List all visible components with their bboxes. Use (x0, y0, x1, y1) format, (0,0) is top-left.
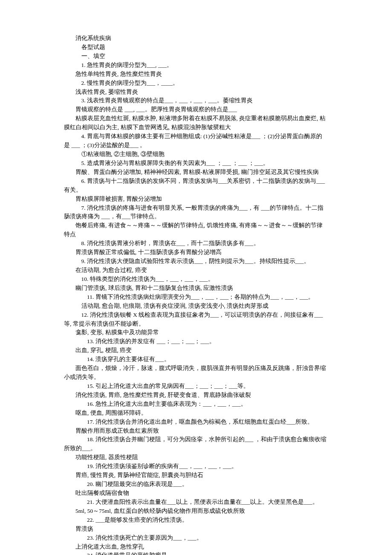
text-line: 龛影, 变形, 粘膜集中及功能异常 (64, 328, 328, 337)
text-line: 胃癌, 慢性胃炎, 胃肠神经官能症, 胆囊炎与胆结石 (64, 471, 328, 480)
text-line: 面色苍白，烦燥，冷汗，脉速，腹式呼吸消失，腹肌强直并有明显的压痛及反跳痛，肝浊音… (64, 364, 328, 382)
text-line: 功能性梗阻, 器质性梗阻 (64, 453, 328, 462)
text-line: 胃溃疡 (64, 525, 328, 534)
text-line: 3. 浅表性胃炎胃镜观察的特点是___，___，___，___。萎缩性胃炎 (64, 96, 328, 105)
text-line: 急性单纯性胃炎, 急性糜烂性胃炎 (64, 70, 328, 79)
text-line: 5. 造成胃液分泌与胃粘膜屏障失衡的有关因素为___ ；___ ；___ ；__… (64, 159, 328, 168)
text-line: 5ml, 50～75ml, 血红蛋白的铁经肠内硫化物作用而形成硫化铁所致 (64, 507, 328, 516)
text-line: 消化系统疾病 (64, 34, 328, 43)
text-line: 9. 消化性溃疡大便隐血试验阳性常表示溃疡___，阴性则提示为___。持续阳性提… (64, 257, 328, 266)
text-line: 各型试题 (64, 43, 328, 52)
document-body: 消化系统疾病各型试题一、填空1. 急性胃炎的病理分型为___, ___。急性单纯… (64, 34, 328, 555)
text-line: 17. 消化性溃疡合并消化道出血时，呕血颜色为棕褐色，系红细胞血红蛋白经___所… (64, 418, 328, 427)
text-line: 上消化道大出血, 急性穿孔 (64, 543, 328, 552)
text-line: 14. 溃疡穿孔的主要体征有___。 (64, 355, 328, 364)
text-line: 16. 急性上消化道大出血时主要临床表现为：___，___，___。 (64, 400, 328, 409)
text-line: 20. 幽门梗阻最突出的临床表现是___。 (64, 480, 328, 489)
text-line: 19. 消化性溃疡须鉴别诊断的疾病有___，___，___，___。 (64, 462, 328, 471)
text-line: 幽门管溃疡, 球后溃疡, 胃和十二指肠复合性溃疡, 应激性溃疡 (64, 284, 328, 293)
text-line: 胃溃疡胃酸正常或偏低, 十二指肠溃疡多有胃酸分泌增高 (64, 248, 328, 257)
text-line: 粘膜表层充血性红斑, 粘膜水肿, 粘液增多附着在粘膜不易脱落, 炎症重者粘膜脆弱… (64, 114, 328, 132)
text-line: 13. 消化性溃疡的并发症有 ___；___；___；___。 (64, 337, 328, 346)
text-line: 1. 急性胃炎的病理分型为___, ___。 (64, 61, 328, 70)
text-line: 15. 引起上消化道大出血的常见病因有___；___；___；___等。 (64, 382, 328, 391)
text-line: 22. ___是能够发生癌变的消化性溃疡。 (64, 516, 328, 525)
text-line: 胃粘膜屏障被损害, 胃酸分泌增加 (64, 195, 328, 204)
text-line: 18. 消化性溃疡合并幽门梗阻，可分为因痉挛，水肿所引起的___ ，和由于溃疡愈… (64, 435, 328, 453)
text-line: 23. 消化性溃疡死亡的主要原因为___，___。 (64, 534, 328, 543)
text-line: 饱餐后疼痛, 有进食～～疼痛～～缓解的节律特点, 饥饿性疼痛, 有疼痛～～进食～… (64, 221, 328, 239)
text-line: 一、填空 (64, 52, 328, 61)
text-line: ①粘液细胞, ②主细胞, ③壁细胞 (64, 150, 328, 159)
text-line: 4. 胃底与胃体粘膜的腺体主要有三种细胞组成: (1)分泌碱性粘液是___ ；(… (64, 132, 328, 150)
text-line: 胃镜观察的特点是 ___, ___。肥厚性胃炎胃镜观察的特点是___ (64, 105, 328, 114)
text-line: 11. 胃镜下消化性溃疡病灶病理演变分为___，___，___；各期的特点为__… (64, 293, 328, 302)
text-line: 出血, 穿孔, 梗阻, 癌变 (64, 346, 328, 355)
text-line: 呕血, 便血, 周围循环障碍。 (64, 409, 328, 418)
text-line: 消化性溃疡, 胃癌, 急性糜烂性胃炎, 肝硬变食道、胃底静脉曲张破裂 (64, 391, 328, 400)
text-line: 胃酸作用而形成正铁血红素所致 (64, 427, 328, 436)
text-line: 6. 胃溃疡与十二指肠溃疡的发病不同，胃溃疡发病与___关系密切，十二指肠溃疡的… (64, 177, 328, 195)
text-line: 8. 消化性溃疡胃液分析时，胃溃疡在___，而十二指肠溃疡多有___。 (64, 239, 328, 248)
text-line: 2. 慢性胃炎的病理分型为___，____。 (64, 79, 328, 88)
text-line: 浅表性胃炎, 萎缩性胃炎 (64, 88, 328, 97)
text-line: 吐出隔餐或隔宿食物 (64, 489, 328, 498)
text-line: 21. 大便潜血阳性表示出血量在___以上，黑便表示出血量在___以上。大便呈黑… (64, 498, 328, 507)
text-line: 活动期, 愈合期, 疤痕期, 溃疡有炎症浸润, 溃疡变浅变小, 溃疡灶肉芽形成 (64, 302, 328, 311)
text-line: 在活动期, 为愈合过程, 癌变 (64, 266, 328, 275)
text-line: 24. 消化道最常见的恶性肿瘤是___。 (64, 551, 328, 555)
text-line: 胃酸、胃蛋白酶分泌增加, 精神神经因素, 胃粘膜-粘液屏障受损, 幽门排空延迟及… (64, 168, 328, 177)
text-line: 12. 消化性溃疡钡餐 X 线检查表现为直接征象者为___，可以证明溃疡的存在，… (64, 311, 328, 329)
text-line: 7. 消化性溃疡的疼痛与进食有明显关系, 一般胃溃疡的疼痛为___，有 ___的… (64, 204, 328, 222)
text-line: 10. 特殊类型的消化性溃疡为___，___，___，___。 (64, 275, 328, 284)
